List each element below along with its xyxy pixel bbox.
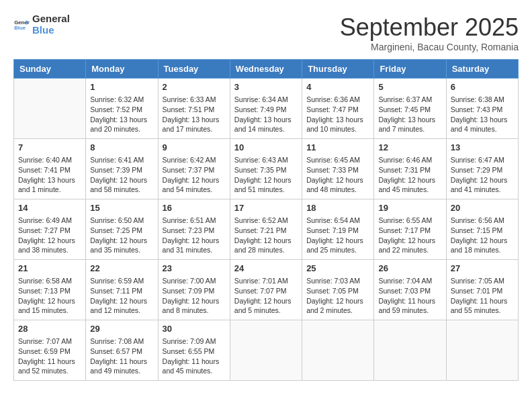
- cell-line: Sunrise: 6:56 AM: [451, 216, 514, 226]
- cell-line: Sunset: 7:33 PM: [306, 165, 369, 175]
- cell-content: 9Sunrise: 6:42 AMSunset: 7:37 PMDaylight…: [163, 142, 226, 195]
- calendar-cell: 5Sunrise: 6:37 AMSunset: 7:45 PMDaylight…: [374, 79, 446, 139]
- day-number: 21: [18, 263, 81, 275]
- cell-line: Daylight: 12 hours: [306, 236, 369, 246]
- logo-blue: Blue: [32, 25, 70, 36]
- cell-line: Daylight: 12 hours: [163, 296, 226, 306]
- cell-content: 26Sunrise: 7:04 AMSunset: 7:03 PMDayligh…: [378, 263, 441, 316]
- calendar-cell: 7Sunrise: 6:40 AMSunset: 7:41 PMDaylight…: [14, 139, 86, 199]
- calendar-cell: 8Sunrise: 6:41 AMSunset: 7:39 PMDaylight…: [86, 139, 158, 199]
- cell-line: Sunrise: 7:01 AM: [234, 276, 298, 286]
- header-monday: Monday: [86, 60, 158, 79]
- cell-line: and 45 minutes.: [378, 185, 441, 195]
- cell-content: 30Sunrise: 7:09 AMSunset: 6:55 PMDayligh…: [163, 323, 226, 376]
- day-number: 11: [306, 142, 369, 154]
- cell-line: Daylight: 12 hours: [451, 175, 514, 185]
- calendar-cell: 29Sunrise: 7:08 AMSunset: 6:57 PMDayligh…: [86, 320, 158, 381]
- cell-line: and 18 minutes.: [451, 245, 514, 255]
- calendar-cell: 19Sunrise: 6:55 AMSunset: 7:17 PMDayligh…: [374, 199, 446, 260]
- cell-line: Sunset: 7:35 PM: [234, 165, 298, 175]
- cell-line: and 38 minutes.: [18, 245, 81, 255]
- cell-line: Sunset: 7:31 PM: [378, 165, 441, 175]
- calendar-cell: 28Sunrise: 7:07 AMSunset: 6:59 PMDayligh…: [14, 320, 86, 381]
- calendar-cell: 11Sunrise: 6:45 AMSunset: 7:33 PMDayligh…: [302, 139, 374, 199]
- header-friday: Friday: [374, 60, 446, 79]
- month-title: September 2025: [340, 13, 519, 42]
- cell-line: and 1 minute.: [18, 185, 81, 195]
- svg-text:Blue: Blue: [14, 25, 26, 31]
- cell-line: Sunset: 7:19 PM: [306, 226, 369, 236]
- cell-line: Sunrise: 6:36 AM: [306, 95, 369, 105]
- cell-content: 19Sunrise: 6:55 AMSunset: 7:17 PMDayligh…: [378, 202, 441, 255]
- cell-line: Daylight: 12 hours: [90, 236, 153, 246]
- cell-line: Sunrise: 6:50 AM: [90, 216, 153, 226]
- cell-line: Sunrise: 6:59 AM: [90, 276, 153, 286]
- header-tuesday: Tuesday: [158, 60, 230, 79]
- cell-line: Sunrise: 6:33 AM: [163, 95, 226, 105]
- cell-line: Sunset: 7:45 PM: [378, 105, 441, 115]
- cell-content: 25Sunrise: 7:03 AMSunset: 7:05 PMDayligh…: [306, 263, 369, 316]
- cell-line: and 28 minutes.: [234, 245, 298, 255]
- calendar-cell: [302, 320, 374, 381]
- cell-line: Sunrise: 6:37 AM: [378, 95, 441, 105]
- calendar-cell: 24Sunrise: 7:01 AMSunset: 7:07 PMDayligh…: [230, 260, 302, 320]
- cell-line: Daylight: 12 hours: [378, 236, 441, 246]
- week-row-2: 14Sunrise: 6:49 AMSunset: 7:27 PMDayligh…: [14, 199, 519, 260]
- cell-line: Sunset: 7:07 PM: [234, 286, 298, 296]
- cell-content: 24Sunrise: 7:01 AMSunset: 7:07 PMDayligh…: [234, 263, 298, 316]
- cell-line: and 12 minutes.: [90, 306, 153, 316]
- day-number: 23: [163, 263, 226, 275]
- cell-content: 1Sunrise: 6:32 AMSunset: 7:52 PMDaylight…: [90, 81, 153, 134]
- cell-line: Sunset: 7:29 PM: [451, 165, 514, 175]
- day-number: 17: [234, 202, 298, 214]
- cell-line: Sunrise: 6:58 AM: [18, 276, 81, 286]
- cell-content: 4Sunrise: 6:36 AMSunset: 7:47 PMDaylight…: [306, 81, 369, 134]
- cell-line: and 20 minutes.: [90, 124, 153, 134]
- cell-content: 15Sunrise: 6:50 AMSunset: 7:25 PMDayligh…: [90, 202, 153, 255]
- calendar-cell: 2Sunrise: 6:33 AMSunset: 7:51 PMDaylight…: [158, 79, 230, 139]
- day-number: 5: [378, 81, 441, 93]
- calendar-cell: 6Sunrise: 6:38 AMSunset: 7:43 PMDaylight…: [446, 79, 518, 139]
- week-row-3: 21Sunrise: 6:58 AMSunset: 7:13 PMDayligh…: [14, 260, 519, 320]
- cell-line: Sunset: 7:52 PM: [90, 105, 153, 115]
- day-number: 24: [234, 263, 298, 275]
- day-number: 8: [90, 142, 153, 154]
- cell-line: Daylight: 11 hours: [90, 357, 153, 367]
- cell-line: and 58 minutes.: [90, 185, 153, 195]
- cell-line: Sunrise: 6:51 AM: [163, 216, 226, 226]
- cell-line: and 5 minutes.: [234, 306, 298, 316]
- cell-line: Daylight: 13 hours: [18, 175, 81, 185]
- cell-line: and 10 minutes.: [306, 124, 369, 134]
- cell-line: Sunset: 7:03 PM: [378, 286, 441, 296]
- cell-line: Daylight: 12 hours: [18, 296, 81, 306]
- cell-line: Sunrise: 6:42 AM: [163, 155, 226, 165]
- cell-line: Sunset: 7:09 PM: [163, 286, 226, 296]
- cell-line: and 22 minutes.: [378, 245, 441, 255]
- cell-line: and 51 minutes.: [234, 185, 298, 195]
- cell-line: Sunrise: 6:45 AM: [306, 155, 369, 165]
- calendar-cell: 27Sunrise: 7:05 AMSunset: 7:01 PMDayligh…: [446, 260, 518, 320]
- cell-line: Sunset: 7:37 PM: [163, 165, 226, 175]
- cell-content: 17Sunrise: 6:52 AMSunset: 7:21 PMDayligh…: [234, 202, 298, 255]
- day-number: 29: [90, 323, 153, 335]
- cell-line: and 8 minutes.: [163, 306, 226, 316]
- cell-line: Sunrise: 7:03 AM: [306, 276, 369, 286]
- header-saturday: Saturday: [446, 60, 518, 79]
- day-number: 26: [378, 263, 441, 275]
- cell-line: Daylight: 12 hours: [163, 236, 226, 246]
- cell-content: 10Sunrise: 6:43 AMSunset: 7:35 PMDayligh…: [234, 142, 298, 195]
- calendar-cell: 15Sunrise: 6:50 AMSunset: 7:25 PMDayligh…: [86, 199, 158, 260]
- cell-line: Daylight: 11 hours: [378, 296, 441, 306]
- cell-line: Sunset: 7:13 PM: [18, 286, 81, 296]
- day-number: 20: [451, 202, 514, 214]
- cell-line: Daylight: 13 hours: [378, 115, 441, 125]
- cell-line: Daylight: 12 hours: [378, 175, 441, 185]
- cell-line: Sunrise: 6:38 AM: [451, 95, 514, 105]
- cell-line: Daylight: 12 hours: [451, 236, 514, 246]
- cell-line: Daylight: 12 hours: [234, 236, 298, 246]
- cell-content: 29Sunrise: 7:08 AMSunset: 6:57 PMDayligh…: [90, 323, 153, 376]
- cell-line: Sunset: 7:01 PM: [451, 286, 514, 296]
- cell-line: Sunrise: 7:07 AM: [18, 336, 81, 347]
- day-number: 10: [234, 142, 298, 154]
- calendar-cell: 12Sunrise: 6:46 AMSunset: 7:31 PMDayligh…: [374, 139, 446, 199]
